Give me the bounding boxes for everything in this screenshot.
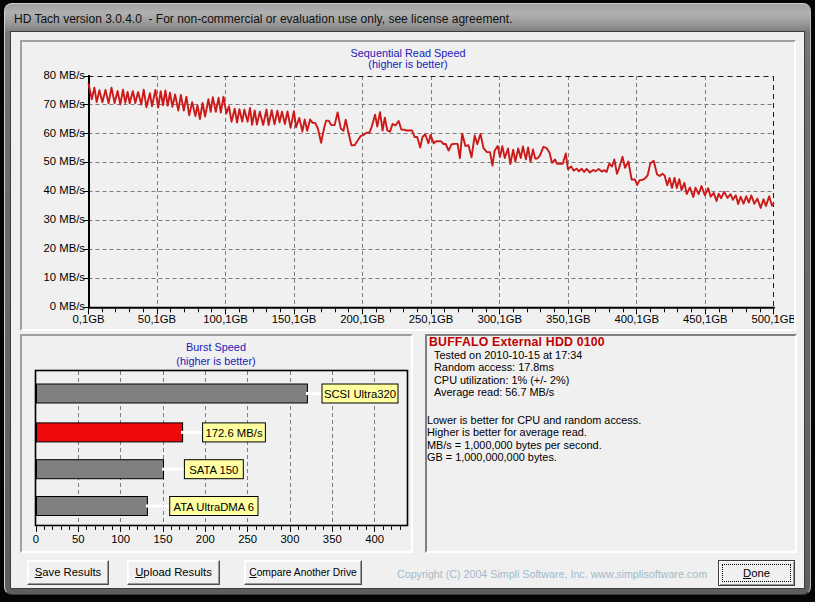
svg-text:250,1GB: 250,1GB	[409, 313, 454, 325]
svg-text:100,1GB: 100,1GB	[203, 313, 248, 325]
svg-text:250: 250	[238, 533, 257, 545]
svg-text:50: 50	[72, 533, 85, 545]
svg-text:300,1GB: 300,1GB	[477, 313, 522, 325]
svg-text:(higher is better): (higher is better)	[368, 58, 447, 70]
svg-text:50,1GB: 50,1GB	[138, 313, 176, 325]
svg-text:0: 0	[33, 533, 39, 545]
svg-text:172.6 MB/s: 172.6 MB/s	[205, 427, 262, 439]
svg-text:80 MB/s: 80 MB/s	[44, 69, 86, 81]
svg-text:SCSI Ultra320: SCSI Ultra320	[324, 388, 396, 400]
svg-text:400,1GB: 400,1GB	[614, 313, 659, 325]
svg-text:40 MB/s: 40 MB/s	[44, 184, 86, 196]
svg-text:450,1GB: 450,1GB	[683, 313, 728, 325]
svg-text:70 MB/s: 70 MB/s	[44, 98, 86, 110]
svg-text:150: 150	[154, 533, 173, 545]
svg-text:SATA 150: SATA 150	[189, 464, 238, 476]
svg-text:0 MB/s: 0 MB/s	[50, 300, 86, 312]
svg-text:20 MB/s: 20 MB/s	[44, 242, 86, 254]
svg-text:30 MB/s: 30 MB/s	[44, 213, 86, 225]
svg-text:Sequential Read Speed: Sequential Read Speed	[350, 47, 465, 59]
svg-text:350: 350	[323, 533, 342, 545]
svg-text:10 MB/s: 10 MB/s	[44, 271, 86, 283]
svg-text:ATA UltraDMA 6: ATA UltraDMA 6	[174, 501, 255, 513]
svg-text:300: 300	[281, 533, 300, 545]
svg-text:(higher is better): (higher is better)	[176, 355, 255, 367]
svg-text:Burst Speed: Burst Speed	[186, 341, 246, 353]
svg-text:0,1GB: 0,1GB	[72, 313, 104, 325]
svg-text:350,1GB: 350,1GB	[546, 313, 591, 325]
svg-text:150,1GB: 150,1GB	[272, 313, 317, 325]
svg-text:50 MB/s: 50 MB/s	[44, 155, 86, 167]
svg-text:200,1GB: 200,1GB	[340, 313, 385, 325]
svg-text:400: 400	[365, 533, 384, 545]
svg-text:200: 200	[196, 533, 215, 545]
svg-text:100: 100	[111, 533, 130, 545]
svg-text:500,1GB: 500,1GB	[752, 313, 794, 325]
svg-text:60 MB/s: 60 MB/s	[44, 127, 86, 139]
